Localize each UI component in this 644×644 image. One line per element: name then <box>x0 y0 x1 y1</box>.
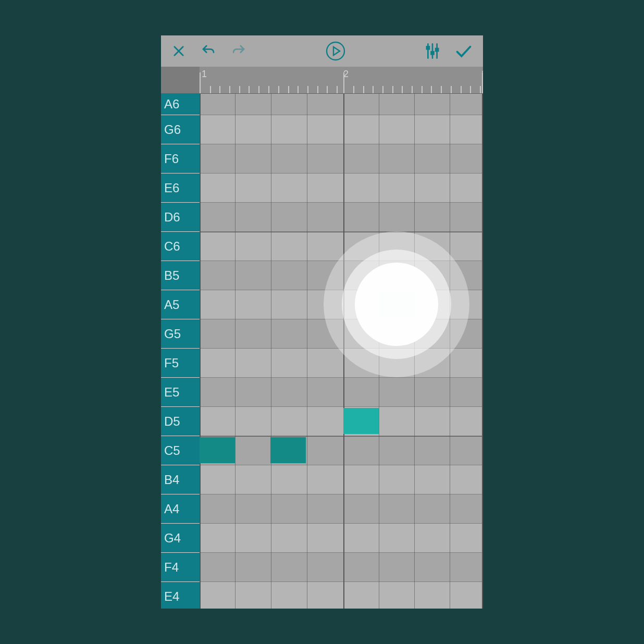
note-block[interactable] <box>343 408 379 434</box>
ruler-tick <box>422 86 423 93</box>
piano-key[interactable]: F4 <box>161 552 200 581</box>
grid-row[interactable] <box>200 465 483 494</box>
grid-row[interactable] <box>200 261 483 290</box>
ruler-tick <box>363 86 364 93</box>
piano-key[interactable]: C6 <box>161 231 200 261</box>
piano-key[interactable]: B5 <box>161 261 200 290</box>
grid-row[interactable] <box>200 231 483 261</box>
piano-key[interactable]: D6 <box>161 202 200 231</box>
grid-row[interactable] <box>200 202 483 231</box>
grid-row[interactable] <box>200 348 483 377</box>
ruler-tick <box>239 86 240 93</box>
piano-key[interactable]: A6 <box>161 94 200 115</box>
undo-icon <box>201 43 216 59</box>
piano-key[interactable]: F6 <box>161 144 200 173</box>
mixer-button[interactable] <box>425 43 440 59</box>
grid-row[interactable] <box>200 494 483 523</box>
checkmark-icon <box>455 44 473 58</box>
grid-row[interactable] <box>200 436 483 465</box>
undo-button[interactable] <box>201 43 216 59</box>
ruler-tick <box>317 86 318 93</box>
piano-key[interactable]: A5 <box>161 290 200 319</box>
ruler-tick <box>200 72 201 93</box>
grid-row[interactable] <box>200 523 483 552</box>
play-icon <box>325 41 346 61</box>
note-block[interactable] <box>379 291 414 317</box>
toolbar <box>161 35 483 67</box>
grid-rows[interactable] <box>200 94 483 609</box>
piano-key[interactable]: E5 <box>161 377 200 406</box>
svg-rect-2 <box>431 52 434 54</box>
piano-key[interactable]: A4 <box>161 494 200 523</box>
ruler-tick <box>337 86 338 93</box>
ruler-tick <box>258 86 259 93</box>
svg-rect-3 <box>436 48 438 51</box>
piano-key[interactable]: G5 <box>161 319 200 348</box>
ruler-tick <box>210 86 211 93</box>
svg-rect-1 <box>427 46 429 49</box>
ruler-tick <box>461 86 462 93</box>
bar-label: 1 <box>202 69 207 80</box>
ruler-tick <box>298 86 299 93</box>
svg-point-0 <box>327 42 344 60</box>
ruler-tick <box>268 86 269 93</box>
ruler-tick <box>441 86 442 93</box>
piano-key[interactable]: G6 <box>161 115 200 144</box>
piano-roll-editor: 122 A6G6F6E6D6C6B5A5G5F5E5D5C5B4A4G4F4E4… <box>161 35 483 609</box>
grid-row[interactable] <box>200 319 483 348</box>
redo-button[interactable] <box>231 43 246 59</box>
ruler-tick <box>482 72 483 93</box>
grid-row[interactable] <box>200 377 483 406</box>
ruler-tick <box>470 86 471 93</box>
ruler-tick <box>307 86 308 93</box>
ruler-tick <box>343 72 344 93</box>
ruler-tick <box>431 86 432 93</box>
ruler-tick <box>219 86 220 93</box>
note-grid[interactable]: A6G6F6E6D6C6B5A5G5F5E5D5C5B4A4G4F4E4D4 <box>161 94 483 609</box>
ruler-tick <box>278 86 279 93</box>
piano-key[interactable]: B4 <box>161 465 200 494</box>
ruler-tick <box>229 86 230 93</box>
piano-key-column: A6G6F6E6D6C6B5A5G5F5E5D5C5B4A4G4F4E4D4 <box>161 94 200 609</box>
ruler-tick <box>402 86 403 93</box>
ruler-tick <box>451 86 452 93</box>
grid-row[interactable] <box>200 406 483 436</box>
piano-key[interactable]: E4 <box>161 581 200 609</box>
ruler-tick <box>288 86 289 93</box>
piano-key[interactable]: F5 <box>161 348 200 377</box>
grid-row[interactable] <box>200 115 483 144</box>
redo-icon <box>231 43 246 59</box>
timeline-ruler[interactable]: 122 <box>161 67 483 94</box>
piano-key[interactable]: E6 <box>161 173 200 202</box>
done-button[interactable] <box>455 44 473 58</box>
piano-key[interactable]: C5 <box>161 436 200 465</box>
play-button[interactable] <box>325 41 346 61</box>
piano-key[interactable]: D5 <box>161 406 200 436</box>
ruler-tick <box>353 86 354 93</box>
note-block[interactable] <box>200 437 235 463</box>
grid-row[interactable] <box>200 144 483 173</box>
grid-row[interactable] <box>200 94 483 115</box>
grid-row[interactable] <box>200 290 483 319</box>
grid-row[interactable] <box>200 581 483 609</box>
ruler-tick <box>249 86 250 93</box>
ruler-corner <box>161 67 200 93</box>
ruler-tick <box>480 86 481 93</box>
close-button[interactable] <box>171 44 186 58</box>
mixer-icon <box>425 43 440 59</box>
ruler-tick <box>373 86 374 93</box>
close-icon <box>171 44 186 58</box>
ruler-tick <box>392 86 393 93</box>
note-block[interactable] <box>270 437 306 463</box>
ruler-tick <box>327 86 328 93</box>
grid-row[interactable] <box>200 173 483 202</box>
grid-row[interactable] <box>200 552 483 581</box>
piano-key[interactable]: G4 <box>161 523 200 552</box>
ruler-tick <box>412 86 413 93</box>
ruler-tick <box>382 86 383 93</box>
